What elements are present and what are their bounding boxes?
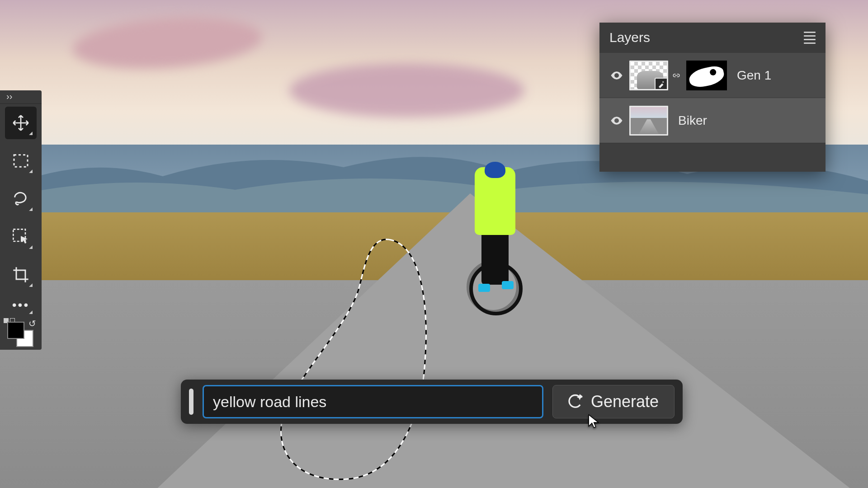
color-swatches[interactable]: ↺ xyxy=(3,318,39,350)
layers-panel-header[interactable]: Layers xyxy=(599,23,826,52)
generate-button[interactable]: Generate xyxy=(552,385,675,418)
visibility-toggle[interactable] xyxy=(607,114,627,127)
eye-icon xyxy=(610,69,623,82)
sky-cloud xyxy=(289,63,524,117)
lasso-icon xyxy=(12,190,30,208)
object-select-icon xyxy=(12,228,30,246)
marquee-icon xyxy=(12,152,30,170)
mask-link-icon[interactable] xyxy=(671,71,682,80)
visibility-toggle[interactable] xyxy=(607,69,627,82)
layer-name-label[interactable]: Biker xyxy=(678,113,707,128)
eye-icon xyxy=(610,114,623,127)
tools-panel: ›› ••• ↺ xyxy=(0,90,42,350)
move-tool[interactable] xyxy=(5,107,37,139)
sky-cloud xyxy=(71,11,264,74)
layers-panel: Layers Gen 1 Biker xyxy=(599,23,826,172)
layer-row[interactable]: Gen 1 xyxy=(599,52,826,98)
layer-mask-thumbnail[interactable] xyxy=(686,61,727,90)
generate-icon xyxy=(565,393,583,411)
foreground-color-swatch[interactable] xyxy=(7,322,24,339)
layer-row[interactable]: Biker xyxy=(599,98,826,143)
contextual-task-bar[interactable]: Generate xyxy=(181,380,683,424)
marquee-tool[interactable] xyxy=(5,145,37,177)
layers-panel-title: Layers xyxy=(609,30,650,45)
lasso-tool[interactable] xyxy=(5,183,37,215)
generate-button-label: Generate xyxy=(591,392,659,411)
crop-tool[interactable] xyxy=(5,258,37,291)
mouse-cursor xyxy=(587,413,602,429)
crop-icon xyxy=(12,266,30,284)
more-tools-button[interactable]: ••• xyxy=(5,294,37,316)
svg-rect-0 xyxy=(14,155,28,167)
layer-name-label[interactable]: Gen 1 xyxy=(737,68,771,83)
generative-badge-icon xyxy=(655,78,668,90)
object-select-tool[interactable] xyxy=(5,221,37,253)
more-icon: ••• xyxy=(12,298,29,312)
layer-thumbnail[interactable] xyxy=(629,61,668,90)
panel-menu-icon[interactable] xyxy=(804,32,816,44)
swap-colors-icon[interactable]: ↺ xyxy=(28,318,36,329)
layers-panel-footer xyxy=(599,143,826,172)
biker-subject xyxy=(457,167,529,321)
move-icon xyxy=(12,114,30,132)
layer-thumbnail[interactable] xyxy=(629,106,668,136)
drag-handle[interactable] xyxy=(189,389,193,415)
collapse-panel-icon[interactable]: ›› xyxy=(0,92,42,104)
generative-prompt-input[interactable] xyxy=(203,385,543,418)
